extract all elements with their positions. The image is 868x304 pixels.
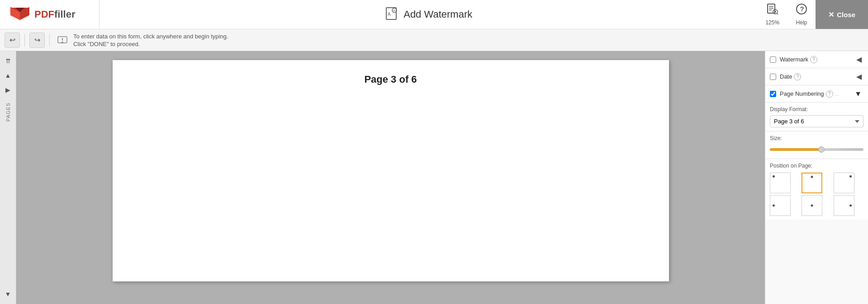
watermark-icon: A A (384, 6, 399, 23)
position-middle-left[interactable] (770, 195, 791, 216)
nav-up-button[interactable]: ▲ (2, 69, 14, 82)
zoom-label: 125% (765, 19, 779, 26)
date-row: Date ? ◀ (765, 68, 868, 85)
document-area[interactable]: Page 3 of 6 (16, 51, 765, 304)
svg-point-21 (62, 42, 63, 43)
page-numbering-row: Page Numbering ? ... ▼ (765, 85, 868, 103)
toolbar: ↩ ↪ To enter data on this form, click an… (0, 29, 868, 51)
header: PDFfiller A A Add Watermark (0, 0, 868, 29)
redo-icon: ↪ (34, 36, 40, 44)
toolbar-divider-1 (24, 34, 25, 47)
toolbar-divider-2 (49, 34, 50, 47)
watermark-help-icon[interactable]: ? (810, 56, 817, 63)
undo-icon: ↩ (9, 36, 15, 44)
size-slider-track (770, 148, 863, 151)
pages-label: PAGES (5, 103, 11, 122)
zoom-icon (767, 3, 778, 18)
size-label: Size: (770, 135, 863, 141)
zoom-button[interactable]: 125% (757, 0, 787, 29)
svg-text:A: A (393, 9, 395, 12)
toolbar-info: To enter data on this form, click anywhe… (73, 33, 228, 47)
watermark-expand-button[interactable]: ◀ (854, 55, 863, 64)
help-label: Help (796, 19, 807, 26)
message-icon (54, 32, 71, 48)
close-label: Close (837, 11, 855, 19)
title-area: A A Add Watermark (100, 6, 757, 23)
position-grid (770, 173, 863, 216)
help-button[interactable]: ? Help (787, 0, 816, 29)
pdffiller-logo-icon (9, 6, 31, 23)
size-slider-fill (770, 148, 821, 151)
undo-button[interactable]: ↩ (5, 33, 20, 48)
logo-text: PDFfiller (34, 9, 75, 20)
svg-rect-10 (768, 4, 775, 13)
watermark-checkbox[interactable] (770, 56, 776, 63)
document-page-title: Page 3 of 6 (364, 74, 417, 85)
position-section: Position on Page: (765, 159, 868, 220)
svg-line-15 (777, 14, 778, 14)
help-icon: ? (796, 3, 807, 18)
svg-rect-22 (62, 38, 63, 41)
left-nav: ⇈ ▲ ▶ PAGES ▼ (0, 51, 16, 304)
position-middle-center[interactable] (802, 195, 822, 216)
display-format-label: Display Format: (770, 106, 863, 112)
page-numbering-label: Page Numbering ? ... (780, 90, 853, 98)
watermark-label: Watermark ? (780, 56, 854, 63)
watermark-row: Watermark ? ◀ (765, 51, 868, 68)
page-canvas: Page 3 of 6 (113, 60, 669, 281)
main-area: ⇈ ▲ ▶ PAGES ▼ Page 3 of 6 Watermark ? ◀ … (0, 51, 868, 304)
date-checkbox[interactable] (770, 74, 776, 80)
position-middle-right[interactable] (834, 195, 854, 216)
svg-text:A: A (388, 12, 391, 17)
svg-text:?: ? (800, 5, 804, 13)
page-numbering-checkbox[interactable] (770, 91, 776, 97)
display-format-section: Display Format: Page 3 of 6 Page 3 3 of … (765, 103, 868, 131)
info-line-2: Click "DONE" to proceed. (73, 41, 228, 47)
right-panel: Watermark ? ◀ Date ? ◀ Page Numbering ? … (765, 51, 868, 304)
page-numbering-help-icon[interactable]: ? (826, 90, 833, 98)
size-slider-container (770, 145, 863, 154)
logo-area: PDFfiller (0, 0, 100, 29)
date-help-icon[interactable]: ? (794, 73, 801, 80)
nav-right-button[interactable]: ▶ (2, 84, 14, 96)
nav-down-button[interactable]: ▼ (2, 288, 14, 300)
header-right: 125% ? Help ✕ Close (757, 0, 868, 29)
date-expand-button[interactable]: ◀ (854, 72, 863, 81)
close-button[interactable]: ✕ Close (816, 0, 868, 29)
page-numbering-expand-button[interactable]: ▼ (853, 90, 863, 98)
redo-button[interactable]: ↪ (29, 33, 45, 48)
position-top-right[interactable] (834, 173, 854, 193)
position-top-center[interactable] (802, 173, 822, 193)
info-line-1: To enter data on this form, click anywhe… (73, 33, 228, 41)
size-section: Size: (765, 131, 868, 159)
position-top-left[interactable] (770, 173, 791, 193)
close-x-icon: ✕ (828, 10, 834, 19)
date-label: Date ? (780, 73, 854, 80)
page-title: Add Watermark (403, 9, 472, 20)
position-label: Position on Page: (770, 163, 863, 169)
display-format-select[interactable]: Page 3 of 6 Page 3 3 of 6 3 (770, 115, 863, 127)
size-slider-thumb[interactable] (818, 146, 825, 153)
nav-double-up-button[interactable]: ⇈ (2, 55, 14, 67)
